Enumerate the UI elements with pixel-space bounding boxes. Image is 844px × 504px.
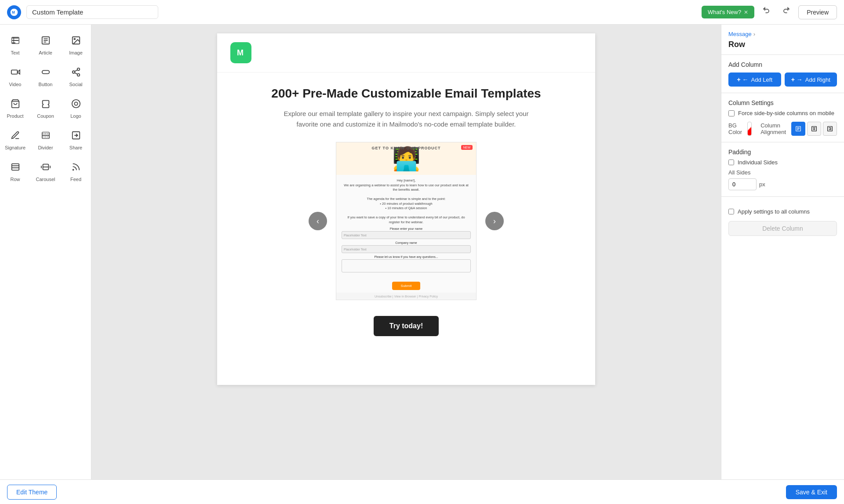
whats-new-label: What's New? (708, 9, 741, 15)
logo-label: Logo (70, 113, 81, 119)
image-icon (68, 33, 84, 48)
coupon-label: Coupon (37, 113, 54, 119)
template-title-input[interactable] (26, 5, 158, 19)
sidebar-item-image[interactable]: Image (61, 28, 91, 60)
preview-button[interactable]: Preview (798, 5, 837, 19)
sidebar-item-article[interactable]: Article (30, 28, 61, 60)
all-sides-label: All Sides (728, 169, 837, 176)
sidebar-item-carousel[interactable]: Carousel (30, 155, 61, 186)
svg-point-15 (77, 74, 80, 76)
redo-button[interactable] (779, 4, 793, 20)
share-label: Share (69, 145, 82, 150)
email-body: 200+ Pre-Made Customizable Email Templat… (217, 73, 595, 356)
carousel-cta-wrap: Submit (336, 278, 476, 293)
sidebar-item-logo[interactable]: Logo (61, 91, 91, 123)
bg-align-row: BG Color Column Alignment (728, 122, 837, 136)
add-left-icon: + ← (737, 76, 748, 83)
force-mobile-label: Force side-by-side columns on mobile (738, 110, 834, 116)
undo-button[interactable] (760, 4, 774, 20)
coupon-icon (38, 96, 54, 112)
email-heading: 200+ Pre-Made Customizable Email Templat… (239, 86, 573, 102)
sidebar-item-feed[interactable]: Feed (61, 155, 91, 186)
individual-sides-row: Individual Sides (728, 159, 837, 166)
force-mobile-checkbox[interactable] (728, 110, 735, 116)
svg-point-19 (72, 100, 80, 108)
align-center-button[interactable] (807, 122, 821, 136)
svg-rect-10 (11, 70, 17, 74)
sidebar-item-coupon[interactable]: Coupon (30, 91, 61, 123)
header: M What's New? ✕ Preview (0, 0, 844, 25)
carousel-input2-label: Company name (342, 241, 471, 244)
add-left-button[interactable]: + ← Add Left (728, 73, 781, 87)
try-today-button[interactable]: Try today! (374, 316, 439, 336)
sidebar-item-share[interactable]: Share (61, 123, 91, 155)
edit-theme-button[interactable]: Edit Theme (7, 485, 57, 500)
carousel-next-button[interactable]: › (485, 212, 504, 230)
sidebar-item-text[interactable]: Text (0, 28, 30, 60)
add-right-button[interactable]: + → Add Right (785, 73, 837, 87)
carousel-badge: NEW (461, 145, 473, 150)
svg-text:M: M (237, 48, 244, 57)
align-buttons (791, 122, 837, 136)
button-icon (38, 64, 54, 80)
sidebar-item-product[interactable]: Product (0, 91, 30, 123)
column-settings-label: Column Settings (728, 99, 837, 106)
carousel-prev-button[interactable]: ‹ (309, 212, 327, 230)
whats-new-close[interactable]: ✕ (744, 9, 748, 15)
add-column-section: Add Column + ← Add Left + → Add Right (721, 55, 844, 93)
divider-label: Divider (38, 145, 53, 150)
apply-settings-section: Apply settings to all columns Delete Col… (721, 197, 844, 242)
article-label: Article (39, 50, 52, 55)
apply-all-label: Apply settings to all columns (738, 208, 810, 215)
bg-color-swatch[interactable] (747, 122, 752, 136)
align-left-button[interactable] (791, 122, 805, 136)
text-label: Text (11, 50, 19, 55)
add-column-label: Add Column (728, 61, 837, 68)
sidebar-item-divider[interactable]: Divider (30, 123, 61, 155)
sidebar-item-row[interactable]: Row (0, 155, 30, 186)
breadcrumb: Message › (728, 31, 837, 37)
carousel-body-text: Hey [name!],We are organizing a webinar … (342, 178, 471, 225)
signature-icon (7, 127, 23, 143)
row-label: Row (10, 177, 20, 182)
social-label: Social (69, 82, 83, 87)
video-icon (7, 64, 23, 80)
video-label: Video (9, 82, 22, 87)
svg-line-17 (74, 70, 77, 72)
svg-point-20 (74, 102, 77, 105)
sidebar-item-social[interactable]: Social (61, 60, 91, 91)
sidebar-item-signature[interactable]: Signature (0, 123, 30, 155)
col-align-label: Column Alignment (760, 122, 786, 135)
force-mobile-row: Force side-by-side columns on mobile (728, 110, 837, 116)
carousel-icon (38, 159, 54, 175)
delete-column-button[interactable]: Delete Column (728, 221, 837, 236)
carousel-input-group-3: Please let us know if you have any quest… (342, 255, 471, 272)
button-label: Button (39, 82, 53, 87)
sidebar-item-video[interactable]: Video (0, 60, 30, 91)
carousel-input1-label: Please enter your name (342, 227, 471, 230)
whats-new-button[interactable]: What's New? ✕ (702, 6, 754, 18)
signature-label: Signature (5, 145, 25, 150)
email-header-bar: M (217, 33, 595, 73)
svg-point-14 (72, 71, 75, 73)
carousel-input-group-1: Please enter your name Placeholder Text (342, 227, 471, 239)
sidebar-item-button[interactable]: Button (30, 60, 61, 91)
image-label: Image (69, 50, 83, 55)
carousel-input-group-2: Company name Placeholder Text (342, 241, 471, 253)
padding-label: Padding (728, 149, 837, 156)
bottom-bar: Edit Theme Save & Exit (0, 479, 844, 504)
product-label: Product (7, 113, 24, 119)
add-right-label: Add Right (805, 76, 830, 83)
feed-label: Feed (70, 177, 81, 182)
article-icon (38, 33, 54, 48)
right-panel: Message › Row Add Column + ← Add Left + … (721, 25, 844, 504)
apply-all-checkbox[interactable] (728, 209, 734, 214)
breadcrumb-message[interactable]: Message (728, 31, 752, 37)
carousel-cta-button[interactable]: Submit (392, 282, 421, 290)
align-right-button[interactable] (823, 122, 837, 136)
padding-value-input[interactable] (728, 178, 757, 190)
carousel-input1-box: Placeholder Text (342, 231, 471, 239)
carousel-image-top: GET TO KNOW OUR PRODUCT NEW 🧑‍💻 (336, 142, 476, 175)
individual-sides-checkbox[interactable] (728, 160, 734, 165)
save-exit-button[interactable]: Save & Exit (786, 485, 837, 499)
